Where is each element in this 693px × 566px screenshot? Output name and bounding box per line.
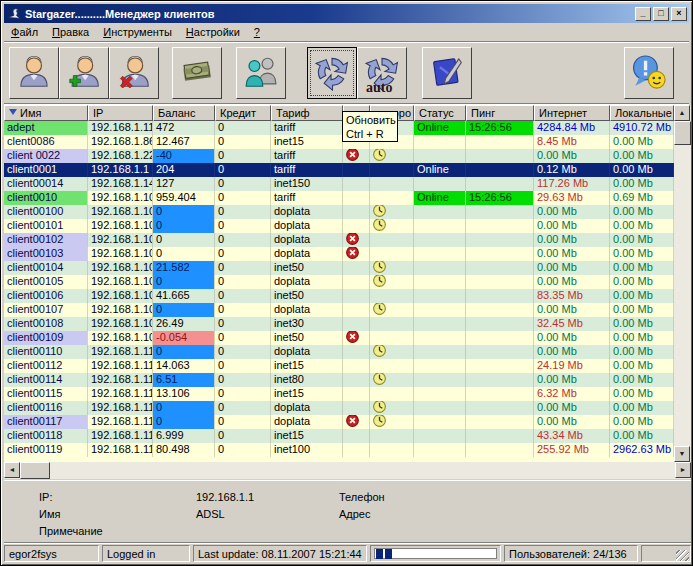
- cell-credit: 0: [215, 191, 271, 205]
- table-row[interactable]: client00118192.168.1.1186.9990inet1543.3…: [4, 429, 674, 443]
- horizontal-scroll-thumb[interactable]: [20, 462, 50, 479]
- cell-local: 0.00 Mb: [610, 163, 674, 177]
- cell-balance: 0: [153, 219, 215, 233]
- cell-ip: 192.168.1.101: [88, 219, 153, 233]
- table-row[interactable]: client00108192.168.1.10826.490inet3032.4…: [4, 317, 674, 331]
- table-row[interactable]: client00110192.168.1.11000doplata0.00 Mb…: [4, 345, 674, 359]
- column-header-11[interactable]: Локальные р: [610, 105, 674, 121]
- tooltip-action: Обновить: [346, 113, 394, 127]
- table-row[interactable]: client00115192.168.1.11513.1060inet156.3…: [4, 387, 674, 401]
- toolbar-button-users[interactable]: [236, 47, 286, 99]
- column-header-10[interactable]: Интернет: [534, 105, 610, 121]
- table-row[interactable]: client00104192.168.1.10421.5820inet500.0…: [4, 261, 674, 275]
- cell-tariff: inet50: [271, 289, 343, 303]
- column-header-8[interactable]: Статус: [414, 105, 466, 121]
- cell-balance: 6.999: [153, 429, 215, 443]
- cell-name: client00102: [4, 233, 88, 247]
- table-row[interactable]: client00119192.168.1.11980.4980inet10025…: [4, 443, 674, 457]
- column-header-5[interactable]: Тариф: [271, 105, 343, 121]
- scroll-right-icon[interactable]: ►: [675, 462, 691, 478]
- toolbar-button-user[interactable]: [9, 47, 59, 99]
- table-row[interactable]: client00103192.168.1.10300doplata0.00 Mb…: [4, 247, 674, 261]
- cell-tariff: doplata: [271, 247, 343, 261]
- cell-ping: [466, 135, 534, 149]
- cell-frozen: [370, 415, 414, 429]
- column-header-1[interactable]: Имя: [4, 105, 88, 121]
- cell-name: client00116: [4, 401, 88, 415]
- menu-item-2[interactable]: Правка: [45, 24, 96, 40]
- column-header-3[interactable]: Баланс: [153, 105, 215, 121]
- table-row[interactable]: client00106192.168.1.10641.6650inet5083.…: [4, 289, 674, 303]
- minimize-button[interactable]: _: [635, 7, 651, 21]
- cell-credit: 0: [215, 415, 271, 429]
- scroll-down-icon[interactable]: ▼: [674, 446, 690, 462]
- cell-status: [414, 443, 466, 457]
- table-row[interactable]: client00116192.168.1.11600doplata0.00 Mb…: [4, 401, 674, 415]
- vertical-scrollbar[interactable]: ▲ ▼: [674, 105, 691, 462]
- cell-frozen: [370, 163, 414, 177]
- maximize-button[interactable]: □: [653, 7, 669, 21]
- table-row[interactable]: client00102192.168.1.10200doplata0.00 Mb…: [4, 233, 674, 247]
- menu-item-4[interactable]: Настройки: [179, 24, 247, 40]
- table-row[interactable]: client0001192.168.1.12040tariffOnline0.1…: [4, 163, 674, 177]
- menu-item-3[interactable]: Инструменты: [96, 24, 179, 40]
- cell-ip: 192.168.1.116: [88, 401, 153, 415]
- column-header-4[interactable]: Кредит: [215, 105, 271, 121]
- cell-tariff: doplata: [271, 345, 343, 359]
- menu-item-1[interactable]: Файл: [4, 24, 45, 40]
- cell-local: 0.00 Mb: [610, 359, 674, 373]
- toolbar-button-money[interactable]: [172, 47, 222, 99]
- cell-local: 0.69 Mb: [610, 191, 674, 205]
- cell-credit: 0: [215, 443, 271, 457]
- window-title: Stargazer..........Менеджер клиентов: [25, 8, 633, 20]
- table-row[interactable]: adept192.168.1.1114720tariffOnline15:26:…: [4, 121, 674, 135]
- cell-ip: 192.168.1.104: [88, 261, 153, 275]
- column-header-2[interactable]: IP: [88, 105, 153, 121]
- scroll-left-icon[interactable]: ◄: [4, 462, 20, 478]
- cell-frozen: [370, 233, 414, 247]
- cell-tariff: inet150: [271, 177, 343, 191]
- cell-internet: 117.26 Mb: [534, 177, 610, 191]
- title-bar[interactable]: Stargazer..........Менеджер клиентов _ □…: [4, 4, 689, 23]
- cell-credit: 0: [215, 261, 271, 275]
- table-header: ИмяIPБалансКредитТарифмороСтатусПингИнте…: [4, 105, 674, 121]
- table-row[interactable]: client00105192.168.1.10500doplata0.00 Mb…: [4, 275, 674, 289]
- resize-grip[interactable]: [676, 550, 689, 562]
- table-row[interactable]: client00112192.168.1.11214.0630inet1524.…: [4, 359, 674, 373]
- column-header-9[interactable]: Пинг: [466, 105, 534, 121]
- app-bird-icon[interactable]: [7, 6, 22, 21]
- cell-tariff: doplata: [271, 401, 343, 415]
- toolbar-button-message-smiley[interactable]: [624, 47, 674, 99]
- menu-item-5[interactable]: ?: [247, 24, 267, 40]
- status-login-state: Logged in: [102, 545, 190, 562]
- toolbar-button-refresh[interactable]: [307, 47, 357, 99]
- toolbar-button-user-add[interactable]: [59, 47, 109, 99]
- table-row[interactable]: client00109192.168.1.109-0.0540inet500.0…: [4, 331, 674, 345]
- cell-ping: [466, 163, 534, 177]
- vertical-scroll-thumb[interactable]: [674, 121, 691, 145]
- toolbar-button-user-delete[interactable]: [109, 47, 159, 99]
- table-row[interactable]: client00114192.168.1.1146.510inet800.00 …: [4, 373, 674, 387]
- table-row[interactable]: client00101192.168.1.10100doplata0.00 Mb…: [4, 219, 674, 233]
- table-row[interactable]: client0010192.168.1.10959.4040tariffOnli…: [4, 191, 674, 205]
- toolbar-button-notebook[interactable]: [422, 47, 472, 99]
- cell-name: client00114: [4, 373, 88, 387]
- scroll-up-icon[interactable]: ▲: [674, 105, 690, 121]
- cell-frozen: [370, 191, 414, 205]
- horizontal-scrollbar[interactable]: ◄ ►: [4, 462, 691, 479]
- cell-balance: 41.665: [153, 289, 215, 303]
- table-row[interactable]: client00100192.168.1.10000doplata0.00 Mb…: [4, 205, 674, 219]
- cell-balance: 0: [153, 275, 215, 289]
- cell-name: adept: [4, 121, 88, 135]
- table-row[interactable]: client00107192.168.1.10700doplata0.00 Mb…: [4, 303, 674, 317]
- cell-ip: 192.168.1.10: [88, 191, 153, 205]
- table-row[interactable]: client 0022192.168.1.22-400tariff0.00 Mb…: [4, 149, 674, 163]
- table-row[interactable]: client00117192.168.1.11700doplata0.00 Mb…: [4, 415, 674, 429]
- cell-disabled: [343, 387, 370, 401]
- toolbar-button-refresh-auto[interactable]: auto: [357, 47, 407, 99]
- close-button[interactable]: ×: [671, 7, 687, 21]
- table-row[interactable]: clent0086192.168.1.8612.4670inet158.45 M…: [4, 135, 674, 149]
- cell-internet: 43.34 Mb: [534, 429, 610, 443]
- menu-bar: ФайлПравкаИнструментыНастройки?: [4, 23, 689, 42]
- table-row[interactable]: client00014192.168.1.141270inet150117.26…: [4, 177, 674, 191]
